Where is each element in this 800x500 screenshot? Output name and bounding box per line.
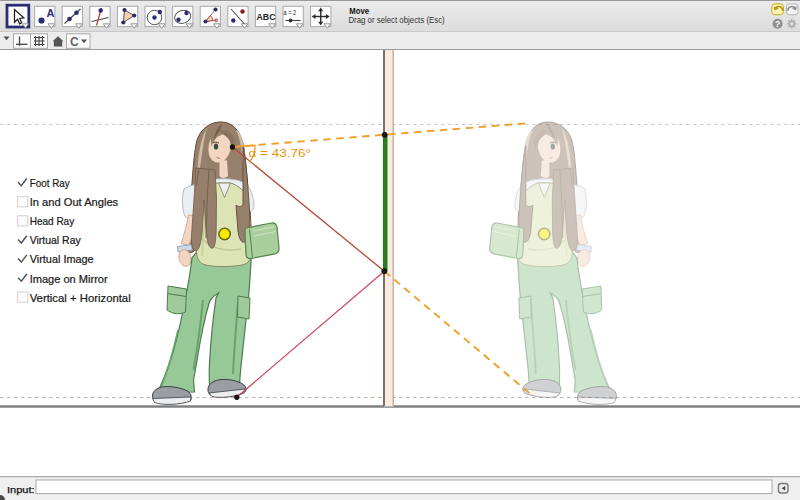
svg-text:Drag or select objects (Esc): Drag or select objects (Esc) xyxy=(348,16,445,25)
svg-text:Move: Move xyxy=(349,6,369,16)
svg-text:Foot Ray: Foot Ray xyxy=(30,177,71,189)
svg-text:C: C xyxy=(70,35,79,49)
svg-text:Image on Mirror: Image on Mirror xyxy=(30,273,108,285)
svg-text:Vertical + Horizontal: Vertical + Horizontal xyxy=(30,292,131,304)
svg-text:α = 43.76°: α = 43.76° xyxy=(249,148,312,159)
svg-text:a = 2: a = 2 xyxy=(284,9,297,16)
svg-text:A: A xyxy=(47,7,55,19)
svg-text:Input:: Input: xyxy=(7,484,35,495)
svg-text:Virtual Image: Virtual Image xyxy=(30,253,94,265)
svg-text:Virtual Ray: Virtual Ray xyxy=(30,234,82,246)
svg-text:Head Ray: Head Ray xyxy=(30,215,75,227)
svg-text:?: ? xyxy=(775,19,780,29)
svg-text:In and Out Angles: In and Out Angles xyxy=(30,196,119,208)
svg-text:ABC: ABC xyxy=(257,12,276,22)
